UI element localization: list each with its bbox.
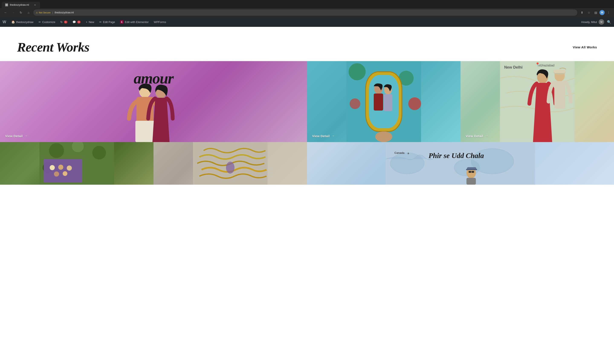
svg-text:oGhaziabad: oGhaziabad	[538, 64, 555, 67]
svg-point-36	[63, 171, 67, 176]
svg-rect-2	[135, 121, 155, 142]
svg-text:Phir se Udd Chala: Phir se Udd Chala	[428, 152, 484, 159]
svg-point-5	[349, 63, 366, 80]
svg-text:✈: ✈	[407, 152, 409, 155]
portrait-illustration	[307, 61, 461, 142]
update-icon: ↻	[60, 20, 63, 24]
wedding-view-detail[interactable]: View Detail →	[466, 134, 489, 138]
edit-page-label: Edit Page	[103, 20, 115, 24]
browser-actions: ⬆ ☆ ▤ M ⋮	[579, 10, 612, 15]
svg-text:📍: 📍	[535, 62, 540, 67]
back-button[interactable]: ←	[2, 10, 9, 15]
svg-rect-23	[554, 81, 565, 109]
map-travel-background: Canada ✈ Phir se Udd Chala	[307, 142, 614, 185]
wedding-background: New Delhi oGhaziabad 📍	[461, 61, 614, 142]
admin-bar-right: Howdy, Mitul M 🔍	[580, 17, 614, 27]
more-button[interactable]: ⋮	[605, 10, 612, 15]
portrait-background	[307, 61, 461, 142]
elementor-label: Edit with Elementor	[125, 20, 149, 24]
comments-badge: 0	[77, 21, 81, 24]
search-button[interactable]: 🔍	[604, 17, 614, 27]
browser-controls: ← → ↻ ⌂ ⚠ Not Secure | thedoozydraw.ml ⬆…	[0, 8, 614, 17]
portrait-arrow-icon: →	[331, 134, 335, 138]
svg-rect-49	[469, 171, 471, 173]
site-name-label: thedoozydraw	[16, 20, 33, 24]
svg-point-29	[92, 146, 106, 159]
wp-logo-item[interactable]: W	[0, 17, 9, 27]
wpforms-item[interactable]: WPForms	[151, 17, 169, 27]
customize-item[interactable]: ✏ Customize	[36, 17, 58, 27]
main-content: Recent Works View All Works amour	[0, 27, 614, 185]
page-title: Recent Works	[17, 40, 89, 55]
svg-rect-14	[384, 94, 392, 111]
svg-rect-16	[378, 131, 389, 142]
tab-title: thedoozydraw.ml	[10, 3, 29, 6]
amour-view-detail[interactable]: View Detail →	[5, 134, 28, 138]
gallery-item-fabric[interactable]	[0, 142, 153, 185]
reload-button[interactable]: ↻	[18, 10, 24, 15]
map-travel-illustration: Canada ✈ Phir se Udd Chala	[307, 142, 614, 185]
svg-point-38	[226, 162, 234, 174]
customize-icon: ✏	[39, 20, 41, 24]
svg-point-27	[49, 143, 64, 158]
edit-icon: ✏	[99, 20, 102, 24]
svg-rect-25	[554, 70, 566, 73]
svg-rect-31	[44, 159, 82, 182]
forward-button[interactable]: →	[10, 10, 16, 15]
gallery-row-2: Canada ✈ Phir se Udd Chala	[0, 142, 614, 185]
view-detail-label: View Detail	[5, 134, 23, 138]
wpforms-label: WPForms	[154, 20, 166, 24]
gallery-item-portrait[interactable]: View Detail →	[307, 61, 461, 142]
svg-point-32	[50, 165, 55, 170]
security-indicator: ⚠ Not Secure	[36, 11, 51, 14]
site-icon: 🏠	[11, 20, 15, 24]
home-button[interactable]: ⌂	[26, 10, 32, 15]
svg-point-7	[408, 97, 421, 110]
updates-badge: 1	[64, 21, 67, 24]
wedding-view-detail-label: View Detail	[466, 134, 483, 138]
profile-button[interactable]: M	[600, 10, 605, 15]
sidebar-button[interactable]: ▤	[593, 10, 599, 15]
svg-text:New Delhi: New Delhi	[504, 65, 522, 69]
portrait-view-detail-label: View Detail	[312, 134, 330, 138]
browser-chrome: W thedoozydraw.ml ✕ ← → ↻ ⌂ ⚠ Not Secure…	[0, 0, 614, 17]
chains-illustration	[153, 142, 307, 185]
edit-page-item[interactable]: ✏ Edit Page	[97, 17, 117, 27]
new-label: New	[89, 20, 94, 24]
chains-background	[153, 142, 307, 185]
gallery-item-amour[interactable]: amour	[0, 61, 307, 142]
warning-icon: ⚠	[36, 11, 38, 14]
gallery-item-map-travel[interactable]: Canada ✈ Phir se Udd Chala	[307, 142, 614, 185]
plus-icon: +	[86, 20, 87, 24]
svg-point-8	[350, 98, 360, 109]
wedding-illustration: New Delhi oGhaziabad 📍	[461, 61, 614, 142]
share-button[interactable]: ⬆	[579, 10, 585, 15]
portrait-view-detail[interactable]: View Detail →	[312, 134, 335, 138]
elementor-item[interactable]: E Edit with Elementor	[117, 17, 151, 27]
new-item[interactable]: + New	[83, 17, 97, 27]
user-avatar[interactable]: M	[599, 19, 604, 25]
url-separator: |	[52, 11, 53, 14]
view-all-works-link[interactable]: View All Works	[573, 45, 597, 49]
fabric-background	[0, 142, 153, 185]
gallery-item-wedding[interactable]: New Delhi oGhaziabad 📍	[461, 61, 614, 142]
tab-close-button[interactable]: ✕	[33, 3, 37, 7]
elementor-icon: E	[120, 20, 123, 24]
active-tab[interactable]: W thedoozydraw.ml ✕	[2, 2, 40, 8]
url-display: thedoozydraw.ml	[55, 11, 74, 14]
not-secure-label: Not Secure	[39, 11, 51, 14]
site-name-item[interactable]: 🏠 thedoozydraw	[9, 17, 36, 27]
address-bar[interactable]: ⚠ Not Secure | thedoozydraw.ml	[33, 9, 577, 16]
svg-point-34	[67, 166, 72, 171]
svg-text:Canada: Canada	[395, 151, 405, 155]
wedding-arrow-icon: →	[485, 134, 488, 138]
updates-item[interactable]: ↻ 1	[58, 17, 70, 27]
comment-icon: 💬	[72, 20, 76, 24]
bookmark-button[interactable]: ☆	[586, 10, 592, 15]
svg-point-35	[54, 171, 59, 177]
gallery-item-chains[interactable]	[153, 142, 307, 185]
arrow-icon: →	[24, 134, 28, 138]
comments-item[interactable]: 💬 0	[70, 17, 83, 27]
howdy-text: Howdy, Mitul	[580, 20, 599, 24]
svg-point-33	[58, 165, 63, 170]
